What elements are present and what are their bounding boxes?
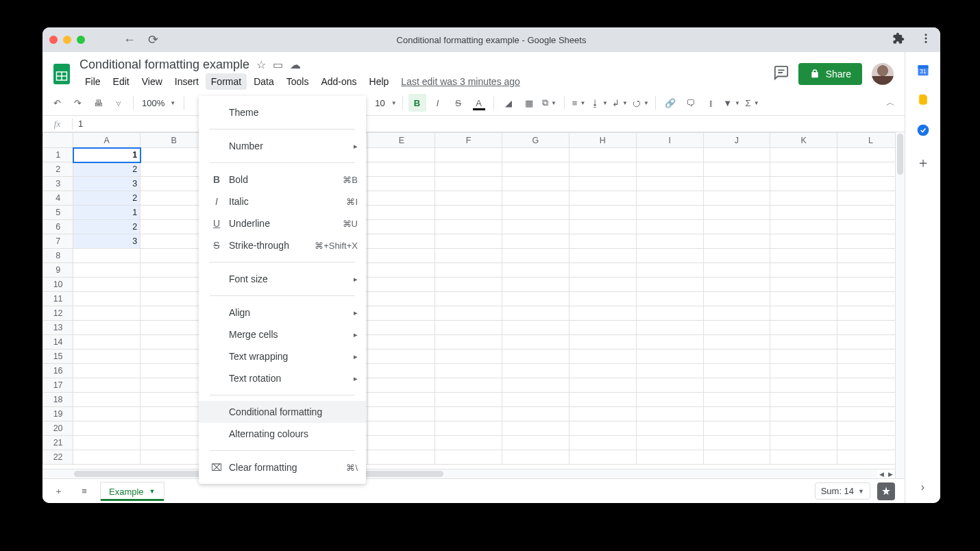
cell[interactable] bbox=[502, 234, 569, 249]
cell[interactable] bbox=[703, 306, 770, 321]
cell[interactable] bbox=[502, 450, 569, 465]
row-header[interactable]: 6 bbox=[43, 220, 73, 234]
cell[interactable] bbox=[837, 249, 905, 263]
cell[interactable] bbox=[636, 364, 703, 378]
cell[interactable] bbox=[636, 306, 703, 321]
row-header[interactable]: 2 bbox=[43, 162, 73, 177]
row-header[interactable]: 9 bbox=[43, 263, 73, 278]
cell[interactable] bbox=[502, 278, 569, 292]
sheets-logo-icon[interactable] bbox=[48, 60, 75, 88]
wrap-button[interactable]: ↲ bbox=[611, 94, 629, 112]
cell[interactable] bbox=[636, 292, 703, 306]
cell[interactable] bbox=[770, 292, 837, 306]
avatar[interactable] bbox=[872, 63, 894, 85]
cell[interactable] bbox=[703, 162, 770, 177]
cell[interactable] bbox=[837, 407, 905, 421]
cell[interactable] bbox=[435, 407, 502, 421]
star-icon[interactable]: ☆ bbox=[256, 58, 266, 71]
cell[interactable] bbox=[770, 263, 837, 278]
row-header[interactable]: 20 bbox=[43, 421, 73, 436]
menu-item-theme[interactable]: Theme bbox=[199, 101, 366, 123]
cell[interactable] bbox=[368, 378, 435, 393]
extensions-icon[interactable] bbox=[892, 32, 905, 47]
cell[interactable] bbox=[569, 393, 636, 407]
cell[interactable] bbox=[770, 306, 837, 321]
cell[interactable] bbox=[703, 177, 770, 191]
cell[interactable] bbox=[770, 350, 837, 364]
horizontal-scrollbar[interactable] bbox=[42, 469, 877, 478]
cell[interactable] bbox=[368, 292, 435, 306]
v-align-button[interactable]: ⭳ bbox=[591, 94, 609, 112]
cell[interactable] bbox=[368, 407, 435, 421]
cell[interactable] bbox=[502, 407, 569, 421]
cell[interactable] bbox=[502, 249, 569, 263]
cell[interactable] bbox=[435, 321, 502, 335]
minimize-window-icon[interactable] bbox=[63, 36, 71, 44]
doc-title[interactable]: Conditional formatting example bbox=[79, 58, 249, 72]
cell[interactable] bbox=[569, 206, 636, 220]
spreadsheet-grid[interactable]: A B E F G H I J K L bbox=[42, 132, 905, 465]
italic-button[interactable]: I bbox=[429, 94, 447, 112]
cell[interactable] bbox=[368, 350, 435, 364]
cell[interactable] bbox=[770, 378, 837, 393]
cell[interactable] bbox=[502, 148, 569, 162]
row-header[interactable]: 5 bbox=[43, 206, 73, 220]
cell[interactable] bbox=[73, 450, 140, 465]
cell[interactable] bbox=[703, 206, 770, 220]
cell[interactable] bbox=[502, 306, 569, 321]
redo-icon[interactable]: ↷ bbox=[69, 94, 86, 112]
cell[interactable] bbox=[770, 421, 837, 436]
cell[interactable] bbox=[73, 263, 140, 278]
cell[interactable] bbox=[569, 321, 636, 335]
calendar-icon[interactable]: 31 bbox=[916, 63, 930, 77]
maximize-window-icon[interactable] bbox=[77, 36, 85, 44]
cell[interactable] bbox=[636, 263, 703, 278]
cell[interactable] bbox=[569, 263, 636, 278]
hide-sidepanel-icon[interactable]: › bbox=[921, 481, 924, 493]
cell[interactable] bbox=[770, 321, 837, 335]
link-button[interactable]: 🔗 bbox=[661, 94, 679, 112]
cell[interactable] bbox=[140, 234, 208, 249]
print-icon[interactable]: 🖶 bbox=[89, 94, 107, 112]
cell[interactable] bbox=[502, 263, 569, 278]
cell[interactable] bbox=[502, 321, 569, 335]
cell[interactable] bbox=[837, 263, 905, 278]
row-header[interactable]: 10 bbox=[43, 278, 73, 292]
cell[interactable] bbox=[837, 393, 905, 407]
cell[interactable] bbox=[703, 436, 770, 450]
cell[interactable]: 1 bbox=[73, 148, 140, 162]
cell[interactable] bbox=[435, 378, 502, 393]
menu-help[interactable]: Help bbox=[364, 73, 395, 90]
comments-icon[interactable] bbox=[774, 65, 789, 83]
hscroll-nav[interactable]: ◀▶ bbox=[877, 469, 895, 478]
cell[interactable] bbox=[368, 364, 435, 378]
menu-view[interactable]: View bbox=[136, 73, 168, 90]
cell[interactable] bbox=[435, 335, 502, 350]
row-header[interactable]: 21 bbox=[43, 436, 73, 450]
cell[interactable]: 3 bbox=[73, 234, 140, 249]
cell[interactable] bbox=[368, 177, 435, 191]
cell[interactable] bbox=[140, 162, 208, 177]
cell[interactable] bbox=[636, 191, 703, 206]
cell[interactable] bbox=[703, 407, 770, 421]
col-header-H[interactable]: H bbox=[569, 133, 636, 148]
cell[interactable] bbox=[837, 206, 905, 220]
cell[interactable] bbox=[435, 421, 502, 436]
cell[interactable] bbox=[73, 292, 140, 306]
cell[interactable] bbox=[569, 148, 636, 162]
cell[interactable] bbox=[502, 335, 569, 350]
cell[interactable] bbox=[140, 450, 208, 465]
cell[interactable] bbox=[703, 364, 770, 378]
cell[interactable] bbox=[770, 220, 837, 234]
cell[interactable] bbox=[140, 421, 208, 436]
cell[interactable] bbox=[368, 278, 435, 292]
cell[interactable] bbox=[770, 249, 837, 263]
row-header[interactable]: 16 bbox=[43, 364, 73, 378]
cell[interactable] bbox=[435, 278, 502, 292]
cell[interactable] bbox=[837, 306, 905, 321]
cell[interactable] bbox=[703, 148, 770, 162]
menu-item-font-size[interactable]: Font size bbox=[199, 268, 366, 290]
last-edit-link[interactable]: Last edit was 3 minutes ago bbox=[401, 76, 520, 87]
add-sheet-button[interactable]: ＋ bbox=[48, 481, 69, 502]
cell[interactable] bbox=[569, 220, 636, 234]
